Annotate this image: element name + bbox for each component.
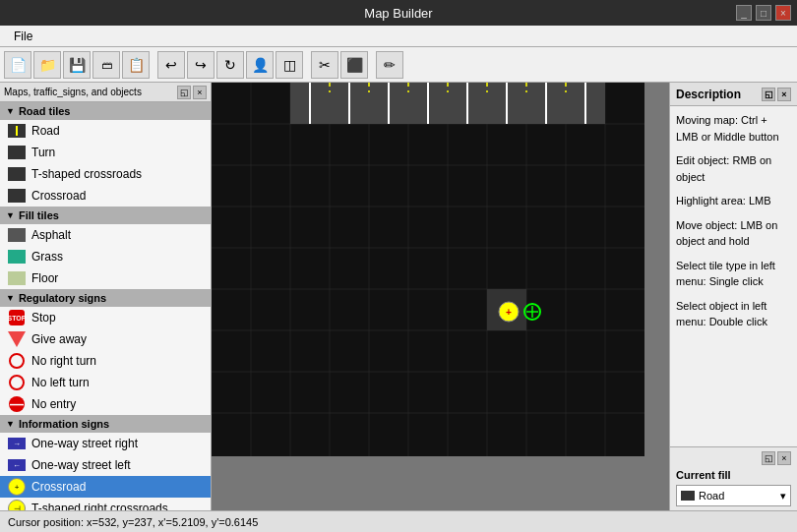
fill-panel-restore-icon[interactable]: ◱ <box>762 451 775 465</box>
save2-button[interactable]: 🗃 <box>92 51 120 79</box>
fill-panel-close-icon[interactable]: × <box>777 451 791 465</box>
item-stop[interactable]: STOP Stop <box>0 307 211 328</box>
no-entry-icon: — <box>8 395 26 413</box>
title-bar: Map Builder _ □ × <box>0 0 797 26</box>
oneway-right-label: One-way street right <box>31 437 138 450</box>
arrow-fill-tiles: ▼ <box>6 210 15 220</box>
box-button[interactable]: ⬛ <box>340 51 368 79</box>
item-tshaped-right[interactable]: ⊣ T-shaped right crossroads <box>0 498 211 510</box>
item-floor[interactable]: Floor <box>0 267 211 289</box>
item-crossroad-sign[interactable]: + Crossroad <box>0 476 211 498</box>
panel-restore-icon[interactable]: ◱ <box>177 86 191 99</box>
svg-rect-0 <box>212 83 644 456</box>
person-button[interactable]: 👤 <box>246 51 274 79</box>
floor-label: Floor <box>31 271 58 285</box>
category-fill-tiles[interactable]: ▼ Fill tiles <box>0 207 211 224</box>
maximize-button[interactable]: □ <box>756 5 771 21</box>
cut-button[interactable]: ✂ <box>311 51 338 79</box>
arrow-information: ▼ <box>6 419 15 429</box>
file-menu[interactable]: File <box>6 28 40 45</box>
item-road[interactable]: Road <box>0 120 211 142</box>
pen-button[interactable]: ✏ <box>376 51 403 79</box>
no-right-turn-label: No right turn <box>31 354 96 368</box>
desc-move-map: Moving map: Ctrl + LMB or Middle button <box>676 112 791 145</box>
category-regulatory-label: Regulatory signs <box>19 292 106 304</box>
open-button[interactable]: 📁 <box>33 51 61 79</box>
desc-highlight: Highlight area: LMB <box>676 193 791 209</box>
item-no-entry[interactable]: — No entry <box>0 393 211 415</box>
fill-select[interactable]: Road ▾ <box>676 485 791 506</box>
undo-button[interactable]: ↩ <box>157 51 185 79</box>
redo-button[interactable]: ↪ <box>187 51 215 79</box>
fill-select-arrow: ▾ <box>780 490 786 502</box>
tshaped-icon <box>8 165 26 183</box>
arrow-road-tiles: ▼ <box>6 106 15 116</box>
crossroad-sign-icon: + <box>8 478 26 496</box>
save-button[interactable]: 💾 <box>63 51 91 79</box>
left-panel: Maps, traffic_signs, and objects ◱ × ▼ R… <box>0 83 212 510</box>
crossroad-road-icon <box>8 187 26 205</box>
giveaway-label: Give away <box>31 332 87 346</box>
close-button[interactable]: × <box>775 5 791 21</box>
export-button[interactable]: 📋 <box>122 51 150 79</box>
asphalt-icon <box>8 226 26 244</box>
description-title: Description <box>676 88 741 101</box>
item-grass[interactable]: Grass <box>0 246 211 267</box>
tshaped-right-icon: ⊣ <box>8 500 26 510</box>
rotate-button[interactable]: ↻ <box>216 51 244 79</box>
crossroad-road-label: Crossroad <box>31 189 86 203</box>
left-panel-header: Maps, traffic_signs, and objects ◱ × <box>0 83 211 102</box>
category-fill-tiles-label: Fill tiles <box>19 209 59 221</box>
category-regulatory[interactable]: ▼ Regulatory signs <box>0 289 211 307</box>
current-fill-label: Current fill <box>676 469 791 481</box>
arrow-regulatory: ▼ <box>6 293 15 303</box>
category-information[interactable]: ▼ Information signs <box>0 415 211 433</box>
left-panel-title: Maps, traffic_signs, and objects <box>4 87 142 97</box>
panel-close-icon[interactable]: × <box>193 86 207 99</box>
description-content: Moving map: Ctrl + LMB or Middle button … <box>670 106 797 446</box>
item-oneway-right[interactable]: → One-way street right <box>0 433 211 454</box>
item-asphalt[interactable]: Asphalt <box>0 224 211 246</box>
turn-label: Turn <box>31 146 55 159</box>
status-bar: Cursor position: x=532, y=237, x'=5.2109… <box>0 510 797 532</box>
right-panel-restore-icon[interactable]: ◱ <box>762 88 775 101</box>
panel-scroll[interactable]: ▼ Road tiles Road Turn T-shaped crossro <box>0 102 211 510</box>
item-turn[interactable]: Turn <box>0 142 211 163</box>
stop-label: Stop <box>31 311 56 325</box>
item-giveaway[interactable]: Give away <box>0 328 211 350</box>
crossroad-sign-label: Crossroad <box>31 480 86 494</box>
item-no-right-turn[interactable]: No right turn <box>0 350 211 372</box>
no-left-turn-label: No left turn <box>31 376 90 389</box>
right-panel-header: Description ◱ × <box>670 83 797 106</box>
oneway-right-icon: → <box>8 435 26 452</box>
map-canvas[interactable]: + <box>212 83 644 456</box>
item-tshaped[interactable]: T-shaped crossroads <box>0 163 211 185</box>
item-no-left-turn[interactable]: No left turn <box>0 372 211 393</box>
item-oneway-left[interactable]: ← One-way street left <box>0 454 211 476</box>
oneway-left-icon: ← <box>8 456 26 474</box>
new-button[interactable]: 📄 <box>4 51 31 79</box>
item-crossroad[interactable]: Crossroad <box>0 185 211 207</box>
desc-edit-object: Edit object: RMB on object <box>676 152 791 185</box>
category-road-tiles[interactable]: ▼ Road tiles <box>0 102 211 120</box>
desc-select-tile: Select tile type in left menu: Single cl… <box>676 258 791 290</box>
tshaped-label: T-shaped crossroads <box>31 167 142 181</box>
grass-icon <box>8 248 26 266</box>
category-road-tiles-label: Road tiles <box>19 105 71 117</box>
no-entry-label: No entry <box>31 397 76 411</box>
fill-road-icon <box>681 491 695 501</box>
tshaped-right-label: T-shaped right crossroads <box>31 502 168 510</box>
stop-sign-icon: STOP <box>8 309 26 326</box>
turn-icon <box>8 144 26 161</box>
asphalt-label: Asphalt <box>31 228 71 242</box>
no-right-turn-icon <box>8 352 26 370</box>
svg-text:+: + <box>506 307 512 318</box>
menu-bar: File <box>0 26 797 47</box>
oneway-left-label: One-way street left <box>31 458 131 472</box>
minimize-button[interactable]: _ <box>736 5 752 21</box>
right-panel: Description ◱ × Moving map: Ctrl + LMB o… <box>669 83 797 510</box>
center-area[interactable]: + <box>212 83 669 510</box>
layers-button[interactable]: ◫ <box>276 51 303 79</box>
right-panel-close-icon[interactable]: × <box>777 88 791 101</box>
toolbar: 📄 📁 💾 🗃 📋 ↩ ↪ ↻ 👤 ◫ ✂ ⬛ ✏ <box>0 47 797 83</box>
